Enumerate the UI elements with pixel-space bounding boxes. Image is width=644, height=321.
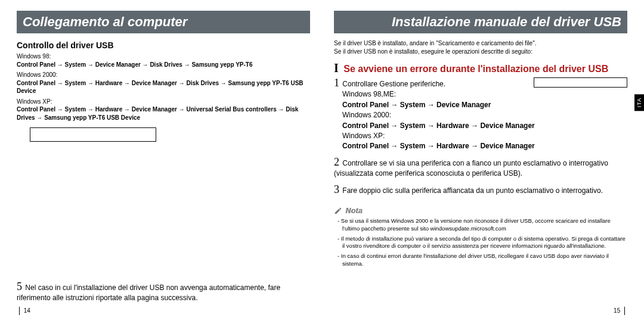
step-3-number: 3 (334, 184, 339, 195)
screenshot-placeholder-left (30, 127, 156, 142)
step-5: 5 Nel caso in cui l'installazione del dr… (17, 281, 310, 303)
left-page-number-row: 14 (17, 303, 310, 315)
step-1-winxp: Windows XP: (342, 131, 627, 141)
win2000-path: Control Panel → System → Hardware → Devi… (17, 80, 304, 95)
winxp-label: Windows XP: (17, 98, 52, 105)
columns: Collegamento al computer Controllo del d… (17, 11, 627, 315)
note-label: Nota (346, 207, 363, 215)
divider-line (19, 307, 20, 315)
step-1-win2000-path: Control Panel → System → Hardware → Devi… (342, 121, 627, 131)
language-tab: ITA (634, 94, 644, 111)
top-note: Se il driver USB è installato, andare in… (334, 39, 627, 55)
win98-path: Control Panel → System → Device Manager … (17, 61, 253, 68)
error-heading: Se avviene un errore durante l'installaz… (343, 64, 608, 74)
step-1-win98-path: Control Panel → System → Device Manager (342, 100, 627, 110)
left-page: Collegamento al computer Controllo del d… (17, 11, 310, 315)
step-1: 1 Controllare Gestione periferiche. Wind… (334, 77, 627, 152)
step-5-text: Nel caso in cui l'installazione del driv… (17, 283, 280, 302)
note-item-1: Se si usa il sistema Windows 2000 e la v… (338, 217, 627, 233)
right-page-number: 15 (614, 307, 620, 314)
step-1-win98: Windows 98,ME: (342, 89, 627, 99)
left-page-number: 14 (24, 307, 30, 314)
screenshot-placeholder-right (534, 77, 627, 88)
step-3: 3 Fare doppio clic sulla periferica affi… (334, 184, 627, 196)
left-title-bar: Collegamento al computer (17, 11, 310, 33)
top-note-line-1: Se il driver USB è installato, andare in… (334, 39, 627, 48)
step-5-number: 5 (17, 281, 22, 292)
divider-line (624, 307, 625, 315)
step-3-text: Fare doppio clic sulla periferica affian… (342, 186, 603, 195)
right-title-bar: Installazione manuale del driver USB (334, 11, 627, 33)
note-item-2: Il metodo di installazione può variare a… (338, 235, 627, 251)
step-2-number: 2 (334, 157, 339, 167)
step-1-winxp-path: Control Panel → System → Hardware → Devi… (342, 141, 627, 151)
step-1-wrapper: 1 Controllare Gestione periferiche. Wind… (334, 75, 627, 154)
win2000-label: Windows 2000: (17, 71, 57, 78)
error-heading-row: I Se avviene un errore durante l'install… (334, 61, 627, 75)
step-1-win2000: Windows 2000: (342, 110, 627, 120)
note-item-3: In caso di continui errori durante l'ins… (338, 253, 627, 268)
win98-block: Windows 98: Control Panel → System → Dev… (17, 52, 310, 68)
win2000-block: Windows 2000: Control Panel → System → H… (17, 71, 310, 95)
step-2: 2 Controllare se vi sia una periferica c… (334, 157, 627, 179)
winxp-path: Control Panel → System → Hardware → Devi… (17, 106, 298, 121)
section-heading: Controllo del driver USB (17, 40, 310, 50)
pencil-icon (334, 207, 342, 215)
right-page: Installazione manuale del driver USB ITA… (334, 11, 627, 315)
note-header: Nota (334, 207, 627, 215)
spacer (17, 148, 310, 281)
note-list: Se si usa il sistema Windows 2000 e la v… (338, 217, 627, 270)
top-note-line-2: Se il driver USB non è installato, esegu… (334, 48, 627, 56)
step-1-number: 1 (334, 77, 339, 88)
step-1-text: Controllare Gestione periferiche. (342, 80, 445, 88)
win98-label: Windows 98: (17, 53, 51, 60)
step-2-text: Controllare se vi sia una periferica con… (334, 159, 608, 177)
right-page-number-row: 15 (334, 303, 627, 315)
heading-bar-icon: I (334, 61, 339, 74)
manual-page-spread: Collegamento al computer Controllo del d… (0, 0, 644, 321)
winxp-block: Windows XP: Control Panel → System → Har… (17, 98, 310, 122)
